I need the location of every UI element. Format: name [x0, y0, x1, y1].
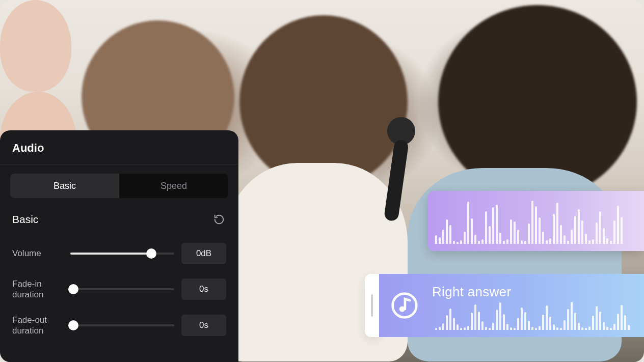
audio-clip-blue-wrap: Right answer — [365, 274, 644, 337]
tab-speed[interactable]: Speed — [119, 174, 228, 198]
waveform-blue — [430, 302, 644, 337]
audio-panel: Audio Basic Speed Basic Volume — [0, 130, 238, 362]
grip-icon — [371, 294, 373, 317]
tab-basic[interactable]: Basic — [10, 174, 119, 198]
waveform-purple — [428, 201, 644, 251]
fade-out-thumb[interactable] — [68, 320, 78, 330]
fade-out-value[interactable]: 0s — [181, 315, 226, 336]
fade-in-value[interactable]: 0s — [181, 279, 226, 300]
fade-in-slider[interactable] — [70, 283, 174, 295]
section-title: Basic — [12, 213, 38, 226]
fade-out-label: Fade-out duration — [12, 315, 63, 337]
fade-in-row: Fade-in duration 0s — [10, 271, 228, 308]
volume-row: Volume 0dB — [10, 236, 228, 271]
controls: Volume 0dB Fade-in duration 0s — [0, 231, 238, 343]
audio-clip-blue[interactable]: Right answer — [379, 274, 644, 337]
volume-slider[interactable] — [70, 247, 174, 260]
clip-title: Right answer — [432, 284, 511, 300]
volume-value[interactable]: 0dB — [181, 243, 226, 264]
fade-out-row: Fade-out duration 0s — [10, 308, 228, 344]
audio-clip-purple[interactable] — [428, 191, 644, 251]
volume-thumb[interactable] — [146, 248, 156, 259]
fade-in-label: Fade-in duration — [12, 279, 63, 300]
music-note-icon — [388, 289, 421, 322]
reset-icon — [213, 214, 225, 225]
fade-in-thumb[interactable] — [68, 284, 78, 294]
editor-canvas: Audio Basic Speed Basic Volume — [0, 0, 644, 362]
panel-title: Audio — [0, 130, 238, 164]
volume-label: Volume — [12, 248, 63, 259]
divider — [0, 164, 238, 164]
clip-drag-handle[interactable] — [365, 274, 379, 337]
reset-button[interactable] — [212, 212, 226, 227]
fade-out-slider[interactable] — [70, 319, 174, 331]
audio-tabs: Basic Speed — [10, 174, 228, 198]
